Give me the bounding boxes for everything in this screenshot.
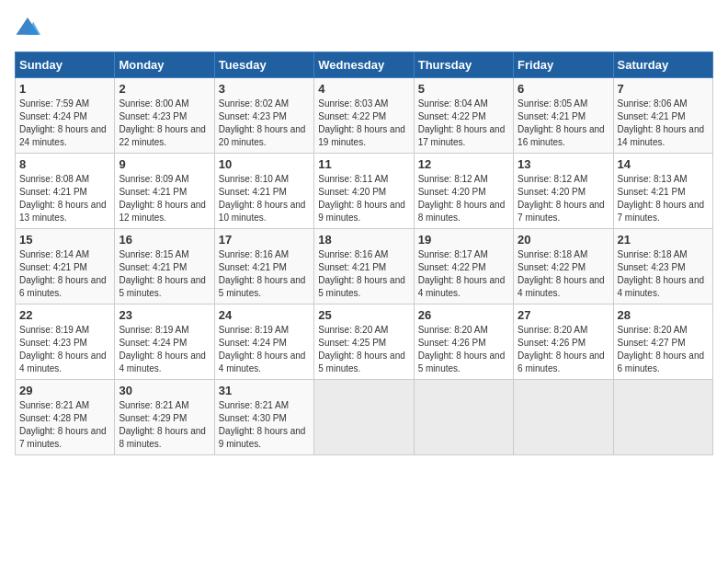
week-row-3: 15Sunrise: 8:14 AMSunset: 4:21 PMDayligh…: [16, 229, 713, 304]
day-number: 7: [618, 82, 709, 96]
calendar-header-row: SundayMondayTuesdayWednesdayThursdayFrid…: [16, 52, 713, 78]
day-number: 4: [318, 82, 409, 96]
day-number: 28: [618, 308, 709, 322]
calendar-cell: 1Sunrise: 7:59 AMSunset: 4:24 PMDaylight…: [16, 78, 115, 154]
calendar-cell: 13Sunrise: 8:12 AMSunset: 4:20 PMDayligh…: [514, 154, 613, 229]
calendar-cell: 28Sunrise: 8:20 AMSunset: 4:27 PMDayligh…: [613, 304, 712, 380]
calendar-cell: 7Sunrise: 8:06 AMSunset: 4:21 PMDaylight…: [613, 78, 712, 154]
cell-info: Sunrise: 8:14 AMSunset: 4:21 PMDaylight:…: [19, 248, 110, 300]
cell-info: Sunrise: 7:59 AMSunset: 4:24 PMDaylight:…: [19, 98, 110, 149]
calendar-cell: 3Sunrise: 8:02 AMSunset: 4:23 PMDaylight…: [214, 78, 313, 154]
cell-info: Sunrise: 8:21 AMSunset: 4:30 PMDaylight:…: [219, 399, 310, 451]
calendar-cell: 25Sunrise: 8:20 AMSunset: 4:25 PMDayligh…: [314, 304, 414, 380]
calendar-cell: 20Sunrise: 8:18 AMSunset: 4:22 PMDayligh…: [514, 229, 613, 304]
cell-info: Sunrise: 8:11 AMSunset: 4:20 PMDaylight:…: [318, 173, 409, 224]
calendar-cell: 11Sunrise: 8:11 AMSunset: 4:20 PMDayligh…: [314, 154, 414, 229]
cell-info: Sunrise: 8:21 AMSunset: 4:29 PMDaylight:…: [119, 399, 210, 451]
cell-info: Sunrise: 8:05 AMSunset: 4:21 PMDaylight:…: [518, 98, 609, 149]
day-number: 22: [19, 308, 110, 322]
cell-info: Sunrise: 8:21 AMSunset: 4:28 PMDaylight:…: [19, 399, 110, 451]
cell-info: Sunrise: 8:12 AMSunset: 4:20 PMDaylight:…: [418, 173, 509, 224]
day-number: 1: [19, 82, 110, 96]
calendar-cell: 14Sunrise: 8:13 AMSunset: 4:21 PMDayligh…: [613, 154, 712, 229]
calendar-cell: 19Sunrise: 8:17 AMSunset: 4:22 PMDayligh…: [414, 229, 513, 304]
cell-info: Sunrise: 8:18 AMSunset: 4:22 PMDaylight:…: [518, 248, 609, 300]
day-header-saturday: Saturday: [613, 52, 712, 78]
logo-icon: [15, 15, 40, 40]
calendar-cell: 27Sunrise: 8:20 AMSunset: 4:26 PMDayligh…: [514, 304, 613, 380]
cell-info: Sunrise: 8:13 AMSunset: 4:21 PMDaylight:…: [618, 173, 709, 224]
cell-info: Sunrise: 8:08 AMSunset: 4:21 PMDaylight:…: [19, 173, 110, 224]
cell-info: Sunrise: 8:16 AMSunset: 4:21 PMDaylight:…: [219, 248, 310, 300]
calendar-cell: 30Sunrise: 8:21 AMSunset: 4:29 PMDayligh…: [115, 380, 214, 455]
cell-info: Sunrise: 8:19 AMSunset: 4:23 PMDaylight:…: [19, 324, 110, 375]
day-number: 23: [119, 308, 210, 322]
calendar-cell: 24Sunrise: 8:19 AMSunset: 4:24 PMDayligh…: [214, 304, 313, 380]
cell-info: Sunrise: 8:12 AMSunset: 4:20 PMDaylight:…: [518, 173, 609, 224]
cell-info: Sunrise: 8:19 AMSunset: 4:24 PMDaylight:…: [219, 324, 310, 375]
day-number: 14: [618, 157, 709, 171]
calendar-cell: 16Sunrise: 8:15 AMSunset: 4:21 PMDayligh…: [115, 229, 214, 304]
cell-info: Sunrise: 8:20 AMSunset: 4:26 PMDaylight:…: [518, 324, 609, 375]
day-number: 27: [518, 308, 609, 322]
calendar-cell: 15Sunrise: 8:14 AMSunset: 4:21 PMDayligh…: [16, 229, 115, 304]
day-number: 21: [618, 233, 709, 247]
cell-info: Sunrise: 8:00 AMSunset: 4:23 PMDaylight:…: [119, 98, 210, 149]
calendar-table: SundayMondayTuesdayWednesdayThursdayFrid…: [15, 52, 713, 455]
day-number: 16: [119, 233, 210, 247]
cell-info: Sunrise: 8:06 AMSunset: 4:21 PMDaylight:…: [618, 98, 709, 149]
calendar-cell: 9Sunrise: 8:09 AMSunset: 4:21 PMDaylight…: [115, 154, 214, 229]
cell-info: Sunrise: 8:19 AMSunset: 4:24 PMDaylight:…: [119, 324, 210, 375]
day-header-sunday: Sunday: [16, 52, 115, 78]
calendar-cell: 22Sunrise: 8:19 AMSunset: 4:23 PMDayligh…: [16, 304, 115, 380]
day-number: 25: [318, 308, 409, 322]
calendar-cell: 2Sunrise: 8:00 AMSunset: 4:23 PMDaylight…: [115, 78, 214, 154]
day-number: 29: [19, 384, 110, 397]
day-header-friday: Friday: [514, 52, 613, 78]
cell-info: Sunrise: 8:16 AMSunset: 4:21 PMDaylight:…: [318, 248, 409, 300]
day-number: 2: [119, 82, 210, 96]
day-number: 5: [418, 82, 509, 96]
calendar-cell: 10Sunrise: 8:10 AMSunset: 4:21 PMDayligh…: [214, 154, 313, 229]
calendar-cell: 18Sunrise: 8:16 AMSunset: 4:21 PMDayligh…: [314, 229, 414, 304]
cell-info: Sunrise: 8:20 AMSunset: 4:27 PMDaylight:…: [618, 324, 709, 375]
day-number: 10: [219, 157, 310, 171]
cell-info: Sunrise: 8:18 AMSunset: 4:23 PMDaylight:…: [618, 248, 709, 300]
day-number: 12: [418, 157, 509, 171]
calendar-cell: [613, 380, 712, 455]
calendar-cell: [514, 380, 613, 455]
calendar-cell: 29Sunrise: 8:21 AMSunset: 4:28 PMDayligh…: [16, 380, 115, 455]
day-number: 20: [518, 233, 609, 247]
cell-info: Sunrise: 8:02 AMSunset: 4:23 PMDaylight:…: [219, 98, 310, 149]
day-number: 13: [518, 157, 609, 171]
calendar-cell: 31Sunrise: 8:21 AMSunset: 4:30 PMDayligh…: [214, 380, 313, 455]
header: [15, 15, 713, 40]
day-number: 31: [219, 384, 310, 397]
calendar-cell: 17Sunrise: 8:16 AMSunset: 4:21 PMDayligh…: [214, 229, 313, 304]
day-number: 30: [119, 384, 210, 397]
day-header-tuesday: Tuesday: [214, 52, 313, 78]
day-number: 18: [318, 233, 409, 247]
cell-info: Sunrise: 8:10 AMSunset: 4:21 PMDaylight:…: [219, 173, 310, 224]
week-row-1: 1Sunrise: 7:59 AMSunset: 4:24 PMDaylight…: [16, 78, 713, 154]
day-number: 9: [119, 157, 210, 171]
cell-info: Sunrise: 8:20 AMSunset: 4:25 PMDaylight:…: [318, 324, 409, 375]
calendar-cell: 4Sunrise: 8:03 AMSunset: 4:22 PMDaylight…: [314, 78, 414, 154]
calendar-cell: 8Sunrise: 8:08 AMSunset: 4:21 PMDaylight…: [16, 154, 115, 229]
calendar-cell: [314, 380, 414, 455]
cell-info: Sunrise: 8:17 AMSunset: 4:22 PMDaylight:…: [418, 248, 509, 300]
calendar-cell: [414, 380, 513, 455]
calendar-cell: 6Sunrise: 8:05 AMSunset: 4:21 PMDaylight…: [514, 78, 613, 154]
cell-info: Sunrise: 8:20 AMSunset: 4:26 PMDaylight:…: [418, 324, 509, 375]
day-number: 19: [418, 233, 509, 247]
week-row-4: 22Sunrise: 8:19 AMSunset: 4:23 PMDayligh…: [16, 304, 713, 380]
calendar-cell: 12Sunrise: 8:12 AMSunset: 4:20 PMDayligh…: [414, 154, 513, 229]
day-number: 11: [318, 157, 409, 171]
cell-info: Sunrise: 8:15 AMSunset: 4:21 PMDaylight:…: [119, 248, 210, 300]
cell-info: Sunrise: 8:09 AMSunset: 4:21 PMDaylight:…: [119, 173, 210, 224]
week-row-2: 8Sunrise: 8:08 AMSunset: 4:21 PMDaylight…: [16, 154, 713, 229]
calendar-cell: 26Sunrise: 8:20 AMSunset: 4:26 PMDayligh…: [414, 304, 513, 380]
calendar-cell: 21Sunrise: 8:18 AMSunset: 4:23 PMDayligh…: [613, 229, 712, 304]
day-number: 26: [418, 308, 509, 322]
day-header-thursday: Thursday: [414, 52, 513, 78]
